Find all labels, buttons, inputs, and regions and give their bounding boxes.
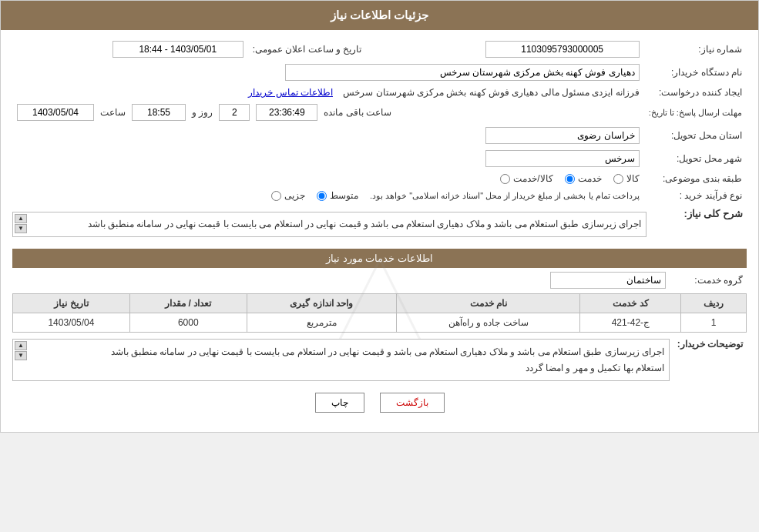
buyer-desc-box: ▲ ▼ اجرای زیرسازی طبق استعلام می باشد و …	[12, 339, 670, 381]
announcement-label: تاریخ و ساعت اعلان عمومی:	[248, 38, 370, 61]
description-container: ▲ ▼ اجرای زیرسازی طبق استعلام می باشد و …	[12, 208, 646, 241]
city-value	[12, 147, 644, 170]
row-requester: نام دستگاه خریدار:	[12, 61, 747, 84]
cell-date: 1403/05/04	[13, 313, 130, 333]
info-table: شماره نیاز: تاریخ و ساعت اعلان عمومی: نا…	[12, 38, 747, 204]
purchase-note: پرداخت تمام یا بخشی از مبلغ خریدار از مح…	[370, 191, 640, 201]
buyer-desc-label: توضیحات خریدار:	[670, 339, 747, 350]
deadline-time-input[interactable]	[132, 104, 186, 121]
creator-text: فرزانه ایزدی مسئول مالی دهیاری فوش کهنه …	[343, 87, 639, 98]
cell-row: 1	[681, 313, 747, 333]
cell-unit: مترمربع	[247, 313, 396, 333]
col-row: ردیف	[681, 294, 747, 313]
category-kala-khedmat[interactable]: کالا/خدمت	[500, 173, 552, 184]
buyer-desc-container: ▲ ▼ اجرای زیرسازی طبق استعلام می باشد و …	[12, 339, 670, 381]
col-name: نام خدمت	[397, 294, 580, 313]
need-number-value	[369, 38, 643, 61]
row-creator: ایجاد کننده درخواست: فرزانه ایزدی مسئول …	[12, 84, 747, 101]
city-label: شهر محل تحویل:	[644, 147, 747, 170]
page-title: جزئیات اطلاعات نیاز	[331, 8, 428, 22]
page-header: جزئیات اطلاعات نیاز	[1, 1, 758, 30]
announcement-input[interactable]	[113, 41, 243, 58]
scroll-down[interactable]: ▼	[15, 224, 27, 233]
purchase-jozi[interactable]: جزیی	[271, 190, 305, 201]
scroll-up[interactable]: ▲	[15, 214, 27, 223]
need-number-input[interactable]	[485, 41, 640, 58]
page-container: جزئیات اطلاعات نیاز شماره نیاز: تاریخ و …	[0, 0, 759, 433]
purchase-jozi-label: جزیی	[284, 190, 305, 201]
category-khedmat[interactable]: خدمت	[565, 173, 602, 184]
description-label: شرح کلی نیاز:	[646, 208, 747, 219]
requester-input[interactable]	[285, 64, 640, 81]
services-table-head: ردیف کد خدمت نام خدمت واحد اندازه گیری ت…	[13, 294, 747, 313]
col-quantity: تعداد / مقدار	[129, 294, 247, 313]
services-table-container: AnaXender.net ردیف کد خدمت نام خدمت واحد…	[12, 293, 747, 333]
row-purchase-type: نوع فرآیند خرید : جزیی متوسط	[12, 187, 747, 204]
row-province: استان محل تحویل:	[12, 124, 747, 147]
city-input[interactable]	[485, 150, 640, 167]
cell-name: ساخت جاده و راه‌آهن	[397, 313, 580, 333]
deadline-remaining-input[interactable]	[256, 104, 317, 121]
cell-quantity: 6000	[129, 313, 247, 333]
purchase-type-label: نوع فرآیند خرید :	[644, 187, 747, 204]
contact-link[interactable]: اطلاعات تماس خریدار	[248, 87, 333, 98]
group-input[interactable]	[550, 272, 666, 289]
deadline-days-label: روز و	[192, 107, 213, 118]
description-text: اجرای زیرسازی طبق استعلام می باشد و ملاک…	[18, 217, 641, 232]
services-section-title: اطلاعات خدمات مورد نیاز	[12, 249, 747, 268]
col-code: کد خدمت	[580, 294, 681, 313]
category-kala-khedmat-label: کالا/خدمت	[513, 173, 552, 184]
category-khedmat-label: خدمت	[578, 173, 602, 184]
province-input[interactable]	[485, 127, 640, 144]
col-unit: واحد اندازه گیری	[247, 294, 396, 313]
main-content: شماره نیاز: تاریخ و ساعت اعلان عمومی: نا…	[1, 30, 758, 432]
row-deadline: مهلت ارسال پاسخ: تا تاریخ: ساعت روز و سا…	[12, 101, 747, 124]
group-label: گروه خدمت:	[666, 275, 743, 286]
deadline-days-input[interactable]	[219, 104, 250, 121]
need-number-label: شماره نیاز:	[644, 38, 747, 61]
requester-label: نام دستگاه خریدار:	[644, 61, 747, 84]
requester-value	[12, 61, 644, 84]
deadline-remaining-label: ساعت باقی مانده	[324, 107, 391, 118]
buyer-desc-scroll: ▲ ▼	[15, 341, 27, 360]
services-table: ردیف کد خدمت نام خدمت واحد اندازه گیری ت…	[12, 293, 747, 333]
row-city: شهر محل تحویل:	[12, 147, 747, 170]
buyer-scroll-down[interactable]: ▼	[15, 351, 27, 360]
buyer-desc-text: اجرای زیرسازی طبق استعلام می باشد و ملاک…	[18, 344, 664, 376]
print-button[interactable]: چاپ	[315, 393, 364, 413]
description-box: ▲ ▼ اجرای زیرسازی طبق استعلام می باشد و …	[12, 212, 646, 237]
description-row: شرح کلی نیاز: ▲ ▼ اجرای زیرسازی طبق استع…	[12, 208, 747, 241]
services-table-header-row: ردیف کد خدمت نام خدمت واحد اندازه گیری ت…	[13, 294, 747, 313]
purchase-motavasset[interactable]: متوسط	[317, 190, 358, 201]
creator-label: ایجاد کننده درخواست:	[644, 84, 747, 101]
buyer-desc-row: توضیحات خریدار: ▲ ▼ اجرای زیرسازی طبق اس…	[12, 339, 747, 381]
row-category: طبقه بندی موضوعی: کالا/خدمت خدمت کالا	[12, 170, 747, 187]
services-table-body: 1 ج-42-421 ساخت جاده و راه‌آهن مترمربع 6…	[13, 313, 747, 333]
province-label: استان محل تحویل:	[644, 124, 747, 147]
col-date: تاریخ نیاز	[13, 294, 130, 313]
category-kala[interactable]: کالا	[613, 173, 640, 184]
purchase-type-options: جزیی متوسط پرداخت تمام یا بخشی از مبلغ خ…	[12, 187, 644, 204]
category-options: کالا/خدمت خدمت کالا	[12, 170, 644, 187]
description-scroll: ▲ ▼	[15, 214, 27, 233]
deadline-date-input[interactable]	[17, 104, 94, 121]
deadline-values: ساعت روز و ساعت باقی مانده	[12, 101, 644, 124]
back-button[interactable]: بازگشت	[380, 393, 445, 413]
province-value	[12, 124, 644, 147]
row-need-number: شماره نیاز: تاریخ و ساعت اعلان عمومی:	[12, 38, 747, 61]
table-row: 1 ج-42-421 ساخت جاده و راه‌آهن مترمربع 6…	[13, 313, 747, 333]
buyer-scroll-up[interactable]: ▲	[15, 341, 27, 350]
deadline-label: مهلت ارسال پاسخ: تا تاریخ:	[644, 101, 747, 124]
cell-code: ج-42-421	[580, 313, 681, 333]
group-service-row: گروه خدمت:	[12, 272, 747, 289]
category-label: طبقه بندی موضوعی:	[644, 170, 747, 187]
announcement-value	[12, 38, 248, 61]
bottom-buttons: بازگشت چاپ	[12, 381, 747, 424]
creator-value: فرزانه ایزدی مسئول مالی دهیاری فوش کهنه …	[12, 84, 644, 101]
deadline-time-label: ساعت	[100, 107, 126, 118]
purchase-motavasset-label: متوسط	[330, 190, 358, 201]
category-kala-label: کالا	[626, 173, 640, 184]
